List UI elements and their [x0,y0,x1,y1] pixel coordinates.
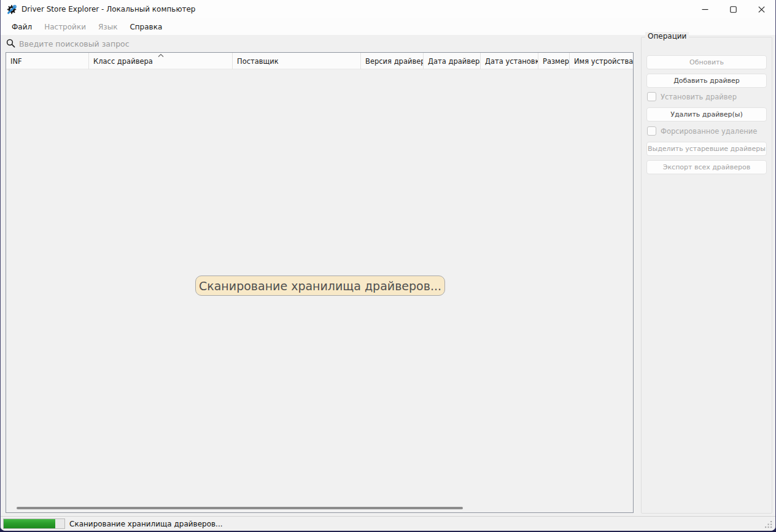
export-all-drivers-button[interactable]: Экспорт всех драйверов [646,160,767,174]
refresh-button[interactable]: Обновить [646,55,767,69]
maximize-icon [730,6,737,13]
menu-help[interactable]: Справка [123,20,168,34]
operations-groupbox: Операции Обновить Добавить драйвер Устан… [641,37,772,514]
menu-file[interactable]: Файл [6,20,38,34]
status-bar: Сканирование хранилища драйверов... [1,516,775,531]
window-title: Driver Store Explorer - Локальный компью… [21,0,196,18]
install-driver-checkbox[interactable]: Установить драйвер [647,91,737,102]
horizontal-scrollbar-thumb[interactable] [17,507,463,509]
column-header-driver-class[interactable]: Класс драйвера [89,53,233,69]
checkbox-box-icon [647,92,656,101]
force-deletion-checkbox[interactable]: Форсированное удаление [647,126,757,136]
column-header-size[interactable]: Размер [538,53,570,69]
column-header-provider[interactable]: Поставщик [233,53,361,69]
title-bar: Driver Store Explorer - Локальный компью… [1,0,775,18]
maximize-button[interactable] [719,0,747,18]
menu-settings[interactable]: Настройки [38,20,92,34]
table-header-row: INF Класс драйвера Поставщик Версия драй… [6,53,633,69]
app-window: Driver Store Explorer - Локальный компью… [0,0,776,532]
delete-driver-button[interactable]: Удалить драйвер(ы) [646,107,767,121]
checkbox-box-icon [647,126,656,136]
menu-language[interactable]: Язык [92,20,123,34]
column-header-install-date[interactable]: Дата установки [481,53,538,69]
progress-bar [3,519,65,529]
column-header-inf[interactable]: INF [6,53,89,69]
column-header-driver-date[interactable]: Дата драйвера [424,53,481,69]
resize-grip[interactable] [764,520,772,528]
progress-fill [4,519,55,528]
search-icon [6,39,15,48]
install-driver-label: Установить драйвер [661,93,737,101]
status-message: Сканирование хранилища драйверов... [69,517,223,531]
operations-group-title: Операции [645,32,689,40]
minimize-icon [702,6,708,13]
app-gear-wrench-icon[interactable] [6,4,17,15]
select-old-drivers-button[interactable]: Выделить устаревшие драйверы [646,142,767,156]
add-driver-button[interactable]: Добавить драйвер [646,74,767,88]
search-input[interactable] [19,36,412,51]
scanning-tooltip: Сканирование хранилища драйверов... [195,276,445,296]
minimize-button[interactable] [691,0,719,18]
sort-ascending-icon [157,53,165,58]
force-deletion-label: Форсированное удаление [661,127,757,136]
close-button[interactable] [747,0,775,18]
column-header-driver-version[interactable]: Версия драйвера [361,53,424,69]
search-row [1,35,634,52]
column-header-device-name[interactable]: Имя устройства [570,53,633,69]
close-icon [758,6,765,13]
